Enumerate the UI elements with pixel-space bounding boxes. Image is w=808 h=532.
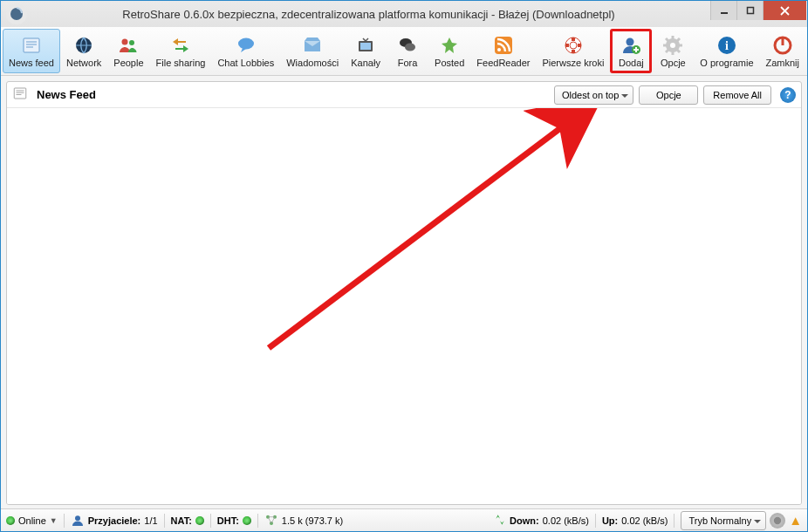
svg-point-20 xyxy=(497,48,501,51)
nodes-icon xyxy=(264,513,278,529)
dht-dot-icon xyxy=(243,516,251,525)
tb-about[interactable]: i O programie xyxy=(694,29,759,73)
tb-options[interactable]: Opcje xyxy=(652,29,694,73)
rate-text: 1.5 k (973.7 k) xyxy=(282,515,343,526)
power-icon xyxy=(771,34,794,57)
tb-network[interactable]: Network xyxy=(60,29,107,73)
panel-header: News Feed Oldest on top Opcje Remove All… xyxy=(7,82,801,108)
file-sharing-icon xyxy=(169,34,192,57)
info-icon: i xyxy=(716,34,738,57)
svg-line-16 xyxy=(366,38,368,41)
panel-options-button[interactable]: Opcje xyxy=(639,85,698,105)
tb-people[interactable]: People xyxy=(107,29,149,73)
svg-line-4 xyxy=(781,7,789,15)
channels-icon xyxy=(354,34,377,57)
svg-point-18 xyxy=(405,44,415,51)
panel-title: News Feed xyxy=(37,88,96,101)
chat-icon xyxy=(235,34,257,57)
svg-line-3 xyxy=(781,7,789,15)
close-button[interactable] xyxy=(763,1,806,20)
nat-label: NAT: xyxy=(171,515,192,526)
tb-label: Posted xyxy=(435,58,464,68)
tb-label: O programie xyxy=(700,58,753,68)
svg-point-10 xyxy=(122,39,128,45)
tb-forums[interactable]: Fora xyxy=(387,29,428,73)
help-icon[interactable]: ? xyxy=(780,87,796,103)
tb-posted[interactable]: Posted xyxy=(428,29,470,73)
lifebuoy-icon xyxy=(562,34,585,57)
panel-icon xyxy=(12,85,28,104)
sort-dropdown[interactable]: Oldest on top xyxy=(554,85,633,105)
content-wrap: News Feed Oldest on top Opcje Remove All… xyxy=(1,76,807,508)
tb-label: FeedReader xyxy=(476,58,530,68)
svg-point-48 xyxy=(774,516,781,523)
friend-icon xyxy=(71,514,85,528)
online-label[interactable]: Online xyxy=(18,515,46,526)
svg-point-12 xyxy=(238,38,254,50)
tb-label: Zamknij xyxy=(765,58,799,68)
tb-file-sharing[interactable]: File sharing xyxy=(150,29,212,73)
svg-rect-14 xyxy=(360,43,371,50)
svg-line-15 xyxy=(363,38,366,41)
app-icon xyxy=(6,3,27,24)
tb-feedreader[interactable]: FeedReader xyxy=(470,29,536,73)
sound-button[interactable] xyxy=(770,513,785,529)
tb-label: Opcje xyxy=(661,58,686,68)
tb-label: People xyxy=(113,58,143,68)
tb-messages[interactable]: Wiadomości xyxy=(280,29,345,73)
svg-point-44 xyxy=(75,515,80,521)
down-value: 0.02 (kB/s) xyxy=(543,515,589,526)
status-bar: Online ▼ Przyjaciele: 1/1 NAT: DHT: 1.5 … xyxy=(1,508,807,531)
dht-label: DHT: xyxy=(217,515,239,526)
svg-text:i: i xyxy=(725,39,729,52)
tb-label: News feed xyxy=(9,58,54,68)
main-toolbar: News feed Network People File sharing Ch… xyxy=(1,27,807,76)
up-label: Up: xyxy=(602,515,618,526)
svg-point-22 xyxy=(570,42,577,49)
svg-rect-39 xyxy=(14,88,26,99)
down-label: Down: xyxy=(510,515,539,526)
tb-channels[interactable]: Kanały xyxy=(345,29,387,73)
remove-all-button[interactable]: Remove All xyxy=(703,85,771,105)
svg-line-43 xyxy=(269,108,599,348)
titlebar: RetroShare 0.6.0x bezpieczna, zdecentral… xyxy=(1,1,807,27)
tb-news-feed[interactable]: News feed xyxy=(3,29,60,73)
svg-line-33 xyxy=(666,50,668,52)
svg-rect-5 xyxy=(24,38,39,52)
tb-close[interactable]: Zamknij xyxy=(759,29,805,73)
nat-dot-icon xyxy=(195,516,204,525)
gear-icon xyxy=(661,34,684,57)
panel-body xyxy=(7,108,801,504)
posted-icon xyxy=(438,34,461,57)
transfer-icon xyxy=(494,514,506,528)
tb-label: Network xyxy=(66,58,101,68)
news-feed-panel: News Feed Oldest on top Opcje Remove All… xyxy=(6,81,802,505)
tb-label: Wiadomości xyxy=(286,58,339,68)
svg-rect-2 xyxy=(747,8,753,14)
tb-chat-lobbies[interactable]: Chat Lobbies xyxy=(211,29,280,73)
network-icon xyxy=(72,34,95,57)
mode-dropdown[interactable]: Tryb Normalny xyxy=(681,511,766,530)
svg-point-11 xyxy=(129,40,134,45)
warning-icon[interactable]: ▲ xyxy=(789,513,802,528)
sort-selected: Oldest on top xyxy=(562,90,619,100)
messages-icon xyxy=(301,34,324,57)
up-value: 0.02 (kB/s) xyxy=(621,515,668,526)
tb-first-steps[interactable]: Pierwsze kroki xyxy=(536,29,610,73)
tb-add[interactable]: Dodaj xyxy=(610,29,652,73)
dropdown-arrow-icon[interactable]: ▼ xyxy=(50,516,58,525)
minimize-button[interactable] xyxy=(710,1,736,20)
rss-icon xyxy=(492,34,515,57)
people-icon xyxy=(117,34,140,57)
tb-label: Kanały xyxy=(351,58,380,68)
online-dot-icon xyxy=(6,516,15,525)
maximize-button[interactable] xyxy=(736,1,763,20)
forums-icon xyxy=(396,34,419,57)
window-title: RetroShare 0.6.0x bezpieczna, zdecentral… xyxy=(27,8,710,21)
news-feed-icon xyxy=(20,34,43,57)
svg-line-34 xyxy=(677,38,680,41)
tb-label: Pierwsze kroki xyxy=(542,58,604,68)
friends-count: 1/1 xyxy=(144,515,157,526)
tb-label: Dodaj xyxy=(619,58,644,68)
svg-line-31 xyxy=(666,38,668,41)
